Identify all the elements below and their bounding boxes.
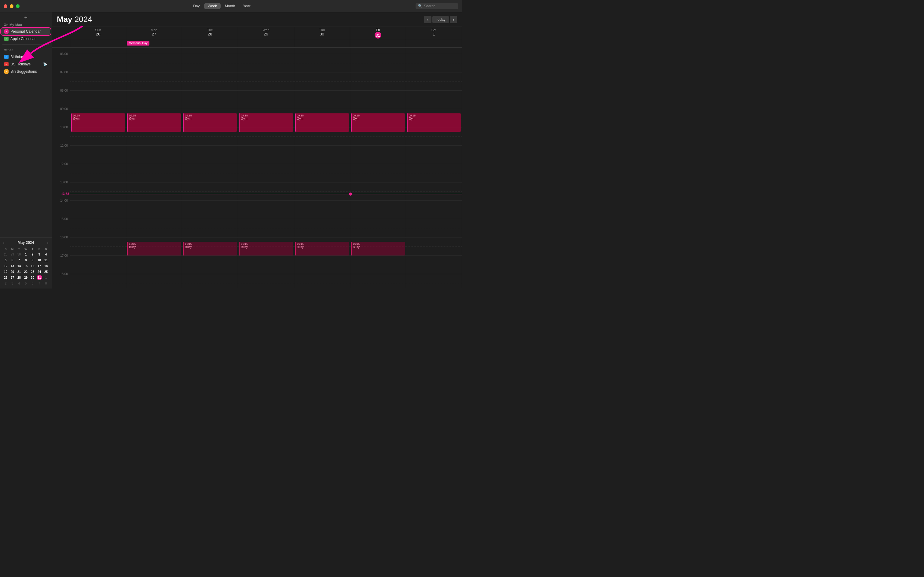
mini-cal-day-15[interactable]: 15 [23, 263, 29, 269]
mini-cal-day-31-today[interactable]: 31 [37, 275, 42, 280]
add-calendar-button[interactable]: + [0, 15, 52, 21]
mini-cal-day-4[interactable]: 4 [43, 251, 49, 257]
gym-event[interactable]: 09:15Gym [407, 113, 461, 132]
day-column-sat[interactable]: 09:15Gym [406, 48, 462, 288]
week-view-button[interactable]: Week [204, 3, 221, 9]
mini-cal-day-18[interactable]: 18 [43, 263, 49, 269]
sidebar-item-personal[interactable]: ✓ Personal Calendar [1, 28, 50, 35]
day-header-thu[interactable]: Thu 30 [294, 27, 350, 40]
memorial-day-event[interactable]: Memorial Day [127, 41, 150, 45]
mini-cal-day-14[interactable]: 14 [16, 263, 22, 269]
mini-cal-day-1-june[interactable]: 1 [43, 275, 49, 280]
mini-cal-day-1[interactable]: 1 [23, 251, 29, 257]
day-column-sun[interactable]: 09:15Gym [70, 48, 126, 288]
gym-event[interactable]: 09:15Gym [351, 113, 405, 132]
siri-checkbox[interactable]: ✓ [4, 69, 8, 74]
mini-cal-day-12[interactable]: 12 [3, 263, 8, 269]
mini-cal-day-28[interactable]: 28 [3, 251, 8, 257]
mini-cal-day-5[interactable]: 5 [3, 257, 8, 263]
day-header-tue[interactable]: Tue 28 [182, 27, 238, 40]
day-column-wed[interactable]: 09:15Gym16:15Busy [238, 48, 294, 288]
gym-event[interactable]: 09:15Gym [127, 113, 181, 132]
mini-cal-day-8-june[interactable]: 8 [43, 280, 49, 286]
mini-cal-day-3[interactable]: 3 [37, 251, 42, 257]
gym-event[interactable]: 09:15Gym [71, 113, 125, 132]
busy-event[interactable]: 16:15Busy [351, 242, 405, 256]
mini-cal-day-11[interactable]: 11 [43, 257, 49, 263]
mini-cal-day-10[interactable]: 10 [37, 257, 42, 263]
busy-event[interactable]: 16:15Busy [239, 242, 293, 256]
maximize-button[interactable] [16, 4, 19, 8]
busy-event[interactable]: 16:15Busy [183, 242, 237, 256]
gym-event[interactable]: 09:15Gym [183, 113, 237, 132]
mini-cal-day-8[interactable]: 8 [23, 257, 29, 263]
mini-cal-day-29b[interactable]: 29 [23, 275, 29, 280]
mini-cal-day-2-june[interactable]: 2 [3, 280, 8, 286]
day-header-sat[interactable]: Sat 1 [406, 27, 462, 40]
mini-cal-day-30b[interactable]: 30 [30, 275, 35, 280]
mini-cal-day-19[interactable]: 19 [3, 269, 8, 274]
gym-event[interactable]: 09:15Gym [239, 113, 293, 132]
day-header-wed[interactable]: Wed 29 [238, 27, 294, 40]
mini-cal-day-13[interactable]: 13 [10, 263, 15, 269]
hour-line [350, 219, 406, 219]
sidebar-item-apple[interactable]: ✓ Apple Calendar [1, 35, 50, 42]
sidebar-item-birthdays[interactable]: ✓ Birthdays [1, 53, 50, 60]
day-view-button[interactable]: Day [190, 3, 203, 9]
mini-cal-day-9[interactable]: 9 [30, 257, 35, 263]
mini-cal-day-16[interactable]: 16 [30, 263, 35, 269]
minimize-button[interactable] [10, 4, 13, 8]
hour-line [406, 200, 462, 201]
mini-cal-day-2[interactable]: 2 [30, 251, 35, 257]
mini-cal-day-25[interactable]: 25 [43, 269, 49, 274]
mini-cal-day-26[interactable]: 26 [3, 275, 8, 280]
mini-cal-prev-button[interactable]: ‹ [3, 240, 5, 245]
sidebar-item-siri[interactable]: ✓ Siri Suggestions [1, 68, 50, 75]
mini-cal-day-23[interactable]: 23 [30, 269, 35, 274]
mini-cal-day-27[interactable]: 27 [10, 275, 15, 280]
mini-cal-next-button[interactable]: › [47, 240, 48, 245]
cal-next-button[interactable]: › [450, 16, 457, 23]
mini-cal-day-20[interactable]: 20 [10, 269, 15, 274]
mini-cal-day-7-june[interactable]: 7 [37, 280, 42, 286]
day-column-mon[interactable]: 09:15Gym16:15Busy [126, 48, 182, 288]
mini-cal-day-30[interactable]: 30 [16, 251, 22, 257]
cal-prev-button[interactable]: ‹ [424, 16, 431, 23]
day-column-tue[interactable]: 09:15Gym16:15Busy [182, 48, 238, 288]
search-bar[interactable]: 🔍 Search [415, 3, 458, 9]
mini-cal-day-4-june[interactable]: 4 [16, 280, 22, 286]
time-gutter-header [52, 27, 70, 40]
time-grid-scroll[interactable]: 06:0007:0008:0009:0010:0011:0012:0013:00… [52, 48, 462, 288]
hour-line [126, 145, 182, 146]
gym-event[interactable]: 09:15Gym [295, 113, 349, 132]
month-view-button[interactable]: Month [221, 3, 239, 9]
apple-calendar-checkbox[interactable]: ✓ [4, 37, 8, 41]
mini-cal-day-29[interactable]: 29 [10, 251, 15, 257]
mini-cal-day-17[interactable]: 17 [37, 263, 42, 269]
day-header-mon[interactable]: Mon 27 [126, 27, 182, 40]
mini-cal-day-21[interactable]: 21 [16, 269, 22, 274]
mini-cal-day-28b[interactable]: 28 [16, 275, 22, 280]
mini-cal-day-24[interactable]: 24 [37, 269, 42, 274]
busy-event[interactable]: 16:15Busy [127, 242, 181, 256]
today-button[interactable]: Today [432, 16, 449, 23]
cal-header: May 2024 ‹ Today › [52, 12, 462, 27]
year-view-button[interactable]: Year [239, 3, 254, 9]
personal-calendar-checkbox[interactable]: ✓ [4, 29, 8, 34]
day-header-sun[interactable]: Sun 26 [70, 27, 126, 40]
mini-cal-day-7[interactable]: 7 [16, 257, 22, 263]
birthdays-checkbox[interactable]: ✓ [4, 55, 8, 59]
close-button[interactable] [4, 4, 7, 8]
day-column-thu[interactable]: 09:15Gym16:15Busy [294, 48, 350, 288]
mini-cal-day-5-june[interactable]: 5 [23, 280, 29, 286]
mini-cal-day-22[interactable]: 22 [23, 269, 29, 274]
day-header-fri[interactable]: Fri 31 [350, 27, 406, 40]
mini-cal-day-3-june[interactable]: 3 [10, 280, 15, 286]
mini-cal-day-6[interactable]: 6 [10, 257, 15, 263]
usholidays-checkbox[interactable]: ✓ [4, 62, 8, 66]
sidebar-item-usholidays[interactable]: ✓ US Holidays 📡 [1, 61, 50, 68]
day-column-fri[interactable]: 09:15Gym16:15Busy [350, 48, 406, 288]
hour-line [294, 109, 350, 109]
busy-event[interactable]: 16:15Busy [295, 242, 349, 256]
mini-cal-day-6-june[interactable]: 6 [30, 280, 35, 286]
